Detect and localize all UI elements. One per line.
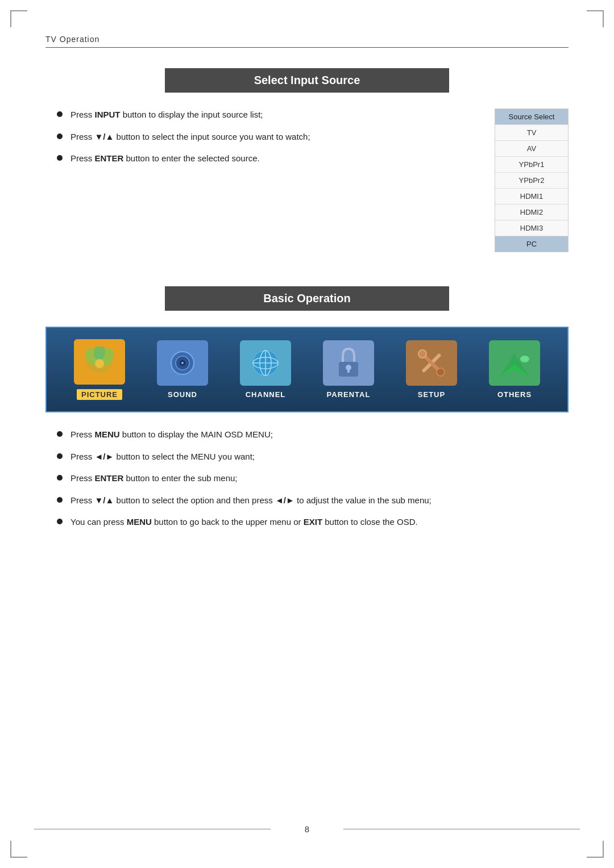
section2: Basic Operation PICTURE	[45, 286, 569, 529]
svg-point-4	[95, 359, 104, 368]
bullet-text: Press INPUT button to display the input …	[70, 108, 263, 122]
source-select-panel: Source Select TV AV YPbPr1 YPbPr2 HDMI1 …	[495, 108, 569, 252]
parental-icon	[334, 346, 363, 380]
bullet-icon	[57, 431, 63, 437]
source-item-hdmi3: HDMI3	[495, 220, 568, 236]
parental-icon-box	[323, 340, 374, 386]
osd-item-channel: CHANNEL	[240, 340, 291, 399]
footer-line-right	[343, 829, 580, 830]
bullet-icon	[57, 133, 63, 139]
list-item: Press ◄/► button to select the MENU you …	[57, 450, 569, 464]
corner-top-left	[10, 10, 27, 27]
setup-icon	[414, 346, 449, 380]
list-item: Press ▼/▲ button to select the input sou…	[57, 131, 483, 144]
source-item-ypbpr1: YPbPr1	[495, 156, 568, 172]
section1-bullets-area: Press INPUT button to display the input …	[45, 108, 483, 252]
corner-bottom-right	[587, 841, 604, 858]
osd-label-parental: PARENTAL	[327, 390, 371, 399]
page-content: TV Operation Select Input Source Press I…	[0, 0, 614, 586]
osd-label-others: OTHERS	[497, 390, 532, 399]
source-item-av: AV	[495, 140, 568, 156]
sound-icon	[167, 348, 198, 379]
footer-line-left	[34, 829, 271, 830]
bullet-text: You can press MENU button to go back to …	[70, 516, 418, 529]
svg-point-8	[181, 362, 184, 364]
corner-bottom-left	[10, 841, 27, 858]
list-item: Press ENTER button to enter the sub menu…	[57, 472, 569, 485]
osd-item-sound: SOUND	[157, 340, 208, 399]
section1-bullet-list: Press INPUT button to display the input …	[45, 108, 483, 165]
source-item-ypbpr2: YPbPr2	[495, 172, 568, 188]
list-item: Press ENTER button to enter the selected…	[57, 152, 483, 165]
svg-point-23	[520, 356, 529, 362]
bullet-icon	[57, 475, 63, 481]
section2-banner: Basic Operation	[165, 286, 449, 311]
list-item: Press MENU button to display the MAIN OS…	[57, 428, 569, 441]
section1: Select Input Source Press INPUT button t…	[45, 68, 569, 252]
sound-icon-box	[157, 340, 208, 386]
bullet-icon	[57, 111, 63, 117]
osd-icons-row: PICTURE SOUND	[58, 339, 556, 400]
osd-item-others: OTHERS	[489, 340, 540, 399]
channel-icon-box	[240, 340, 291, 386]
page-header-title: TV Operation	[45, 35, 99, 44]
channel-icon	[250, 348, 281, 379]
bullet-text: Press ▼/▲ button to select the option an…	[70, 494, 432, 507]
bullet-text: Press ◄/► button to select the MENU you …	[70, 450, 255, 464]
source-item-pc: PC	[495, 236, 568, 252]
bullet-text: Press ENTER button to enter the selected…	[70, 152, 260, 165]
osd-menu: PICTURE SOUND	[45, 327, 569, 412]
list-item: Press INPUT button to display the input …	[57, 108, 483, 122]
page-footer: 8	[0, 824, 614, 834]
page-number: 8	[305, 824, 309, 834]
bullet-text: Press ▼/▲ button to select the input sou…	[70, 131, 310, 144]
svg-point-20	[437, 368, 445, 376]
source-item-tv: TV	[495, 124, 568, 140]
picture-icon-box	[74, 339, 125, 385]
source-item-hdmi1: HDMI1	[495, 188, 568, 204]
bullet-text: Press MENU button to display the MAIN OS…	[70, 428, 273, 441]
osd-item-picture: PICTURE	[74, 339, 125, 400]
picture-icon	[82, 347, 117, 378]
list-item: You can press MENU button to go back to …	[57, 516, 569, 529]
osd-label-setup: SETUP	[418, 390, 445, 399]
section1-layout: Press INPUT button to display the input …	[45, 108, 569, 252]
others-icon	[497, 348, 532, 379]
source-item-hdmi2: HDMI2	[495, 204, 568, 220]
page-header: TV Operation	[45, 34, 569, 48]
svg-rect-16	[347, 368, 350, 373]
list-item: Press ▼/▲ button to select the option an…	[57, 494, 569, 507]
source-select-header: Source Select	[495, 109, 568, 124]
section1-banner: Select Input Source	[165, 68, 449, 93]
others-icon-box	[489, 340, 540, 386]
osd-item-parental: PARENTAL	[323, 340, 374, 399]
bullet-icon	[57, 453, 63, 459]
bullet-icon	[57, 519, 63, 524]
osd-label-picture: PICTURE	[77, 389, 122, 400]
bullet-icon	[57, 155, 63, 161]
osd-label-sound: SOUND	[168, 390, 197, 399]
svg-point-19	[418, 350, 426, 358]
bullet-text: Press ENTER button to enter the sub menu…	[70, 472, 238, 485]
section2-bullet-list: Press MENU button to display the MAIN OS…	[45, 428, 569, 529]
setup-icon-box	[406, 340, 457, 386]
corner-top-right	[587, 10, 604, 27]
osd-item-setup: SETUP	[406, 340, 457, 399]
bullet-icon	[57, 497, 63, 503]
osd-label-channel: CHANNEL	[246, 390, 286, 399]
